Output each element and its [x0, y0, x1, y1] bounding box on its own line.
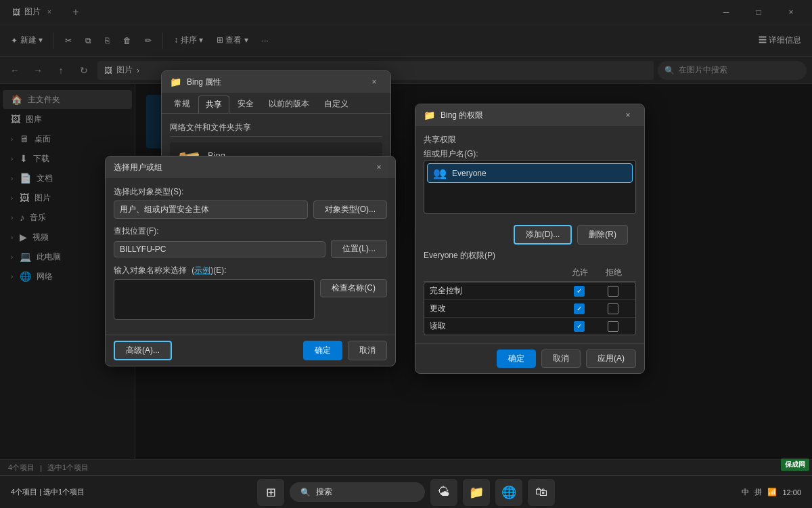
everyone-label: Everyone — [452, 169, 487, 178]
videos-icon: ▶ — [20, 232, 27, 242]
minimize-btn[interactable]: ─ — [710, 0, 742, 24]
explorer-toolbar: ✦ ✦ 新建 新建 ▾ ✂ ⧉ ⎘ 🗑 ✏ ↕ 排序 ▾ ⊞ 查看 ▾ ··· … — [0, 24, 812, 57]
thispc-arrow: › — [11, 253, 13, 261]
new-btn[interactable]: ✦ ✦ 新建 新建 ▾ — [5, 30, 48, 51]
perm-deny-read[interactable] — [608, 321, 618, 332]
pictures-icon: 🖼 — [20, 192, 29, 203]
forward-btn[interactable]: → — [28, 61, 47, 80]
tray-lang-zh[interactable]: 中 — [742, 487, 749, 497]
bing-perms-apply-btn[interactable]: 应用(A) — [586, 350, 636, 368]
bing-props-close-btn[interactable]: × — [366, 74, 382, 90]
perm-row-read: 读取 — [424, 318, 635, 335]
gallery-icon: 🖼 — [11, 114, 20, 125]
paste-btn[interactable]: ⎘ — [99, 30, 115, 51]
close-btn[interactable]: × — [775, 0, 807, 24]
bing-props-title: Bing 属性 — [187, 77, 361, 88]
object-name-input[interactable] — [114, 279, 315, 320]
address-icon: 🖼 — [104, 66, 112, 75]
view-btn[interactable]: ⊞ 查看 ▾ — [211, 30, 254, 51]
tab-close-btn[interactable]: × — [45, 7, 54, 17]
tray-network-icon: 📶 — [767, 488, 777, 496]
taskbar-store-btn[interactable]: 🛍 — [528, 479, 555, 506]
bing-perms-titlebar: 📁 Bing 的权限 × — [415, 104, 644, 126]
perms-table-header: 允许 拒绝 — [424, 264, 636, 282]
more-btn[interactable]: ··· — [256, 30, 274, 51]
sidebar-label-home: 主文件夹 — [28, 94, 60, 106]
perms-add-remove-row: 添加(D)... 删除(R) — [424, 219, 636, 250]
location-label: 查找位置(F): — [114, 226, 387, 237]
taskbar-widget-btn[interactable]: 🌤 — [430, 479, 457, 506]
remove-user-btn[interactable]: 删除(R) — [577, 225, 628, 245]
perm-allow-fullcontrol[interactable] — [574, 286, 585, 297]
up-btn[interactable]: ↑ — [51, 61, 70, 80]
select-user-body: 选择此对象类型(S): 用户、组或内置安全主体 对象类型(O)... 查找位置(… — [106, 178, 395, 335]
sidebar-item-home[interactable]: 🏠 主文件夹 — [3, 90, 132, 109]
perm-row-fullcontrol: 完全控制 — [424, 282, 635, 300]
copy-btn[interactable]: ⧉ — [80, 30, 97, 51]
tab-previous[interactable]: 以前的版本 — [262, 96, 316, 113]
example-link[interactable]: 示例 — [194, 266, 210, 275]
new-tab-btn[interactable]: + — [66, 3, 85, 22]
sort-btn[interactable]: ↕ 排序 ▾ — [168, 30, 208, 51]
location-value: BILLYFU-PC — [114, 241, 325, 257]
bing-perms-close-btn[interactable]: × — [620, 107, 636, 123]
cut-btn[interactable]: ✂ — [60, 30, 77, 51]
perms-table: Everyone 的权限(P) 允许 拒绝 完全控制 更改 — [424, 250, 636, 335]
sidebar-item-desktop[interactable]: › 🖥 桌面 — [3, 129, 132, 148]
advanced-btn[interactable]: 高级(A)... — [114, 341, 172, 360]
refresh-btn[interactable]: ↻ — [74, 61, 93, 80]
sidebar-label-network: 网络 — [37, 271, 53, 282]
search-bar[interactable]: 🔍 在图片中搜索 — [658, 61, 807, 80]
tray-lang-pin[interactable]: 拼 — [754, 487, 762, 497]
add-user-btn[interactable]: 添加(D)... — [514, 225, 572, 245]
back-btn[interactable]: ← — [5, 61, 24, 80]
select-user-title: 选择用户或组 — [114, 162, 365, 173]
rename-btn[interactable]: ✏ — [139, 30, 157, 51]
perm-allow-read[interactable] — [574, 321, 585, 332]
bing-perms-cancel-btn[interactable]: 取消 — [541, 350, 581, 368]
windows-start-btn[interactable]: ⊞ — [257, 479, 284, 506]
address-sep: › — [137, 66, 139, 75]
downloads-icon: ⬇ — [20, 153, 28, 164]
taskbar-edge-btn[interactable]: 🌐 — [495, 479, 522, 506]
bing-perms-ok-btn[interactable]: 确定 — [497, 350, 536, 368]
status-sep: | — [40, 464, 42, 472]
desktop-icon: 🖥 — [20, 133, 29, 144]
bing-perms-footer: 确定 取消 应用(A) — [415, 343, 644, 373]
videos-arrow: › — [11, 234, 13, 241]
taskbar-files-btn[interactable]: 📁 — [463, 479, 490, 506]
sidebar-label-music: 音乐 — [30, 212, 46, 224]
perm-deny-fullcontrol[interactable] — [608, 286, 618, 297]
perms-everyone-item[interactable]: 👥 Everyone — [427, 163, 633, 183]
location-btn[interactable]: 位置(L)... — [331, 240, 387, 258]
perm-deny-modify[interactable] — [608, 303, 618, 314]
object-type-value: 用户、组或内置安全主体 — [114, 200, 308, 219]
tab-general[interactable]: 常规 — [167, 96, 197, 113]
details-btn[interactable]: ☰ 详细信息 — [753, 30, 807, 51]
perm-name-read: 读取 — [430, 320, 562, 332]
delete-btn[interactable]: 🗑 — [118, 30, 137, 51]
perm-name-fullcontrol: 完全控制 — [430, 285, 562, 297]
perm-allow-modify[interactable] — [574, 303, 585, 314]
perm-name-modify: 更改 — [430, 303, 562, 314]
tab-share[interactable]: 共享 — [198, 96, 229, 113]
select-user-cancel-btn[interactable]: 取消 — [348, 341, 387, 360]
tab-custom[interactable]: 自定义 — [317, 96, 355, 113]
network-arrow: › — [11, 273, 13, 280]
search-placeholder: 在图片中搜索 — [679, 64, 727, 76]
sidebar-label-videos: 视频 — [32, 232, 49, 243]
select-user-close-btn[interactable]: × — [371, 159, 387, 175]
maximize-btn[interactable]: □ — [743, 0, 774, 24]
sidebar-item-gallery[interactable]: 🖼 图库 — [3, 110, 132, 129]
tab-security[interactable]: 安全 — [231, 96, 261, 113]
bing-props-icon: 📁 — [170, 77, 181, 87]
object-type-label: 选择此对象类型(S): — [114, 186, 387, 198]
select-user-ok-btn[interactable]: 确定 — [303, 341, 342, 360]
taskbar-search[interactable]: 🔍 搜索 — [290, 482, 425, 502]
search-icon: 🔍 — [664, 66, 675, 75]
object-type-btn[interactable]: 对象类型(O)... — [313, 200, 387, 219]
check-name-btn[interactable]: 检查名称(C) — [320, 279, 387, 297]
explorer-tab-pictures[interactable]: 🖼 图片 × — [5, 3, 61, 20]
perms-table-label: Everyone 的权限(P) — [424, 250, 636, 261]
taskbar: 4个项目 | 选中1个项目 ⊞ 🔍 搜索 🌤 📁 🌐 🛍 中 拼 📶 12:00 — [0, 475, 812, 508]
